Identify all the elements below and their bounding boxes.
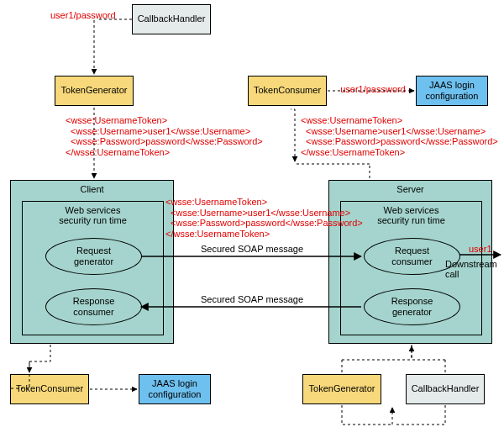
server-title: Server [329,184,491,194]
jaas-bottom: JAAS login configuration [139,374,211,404]
downstream-label: Downstream call [445,259,504,279]
jaas-top: JAAS login configuration [416,76,488,106]
token-generator-top: TokenGenerator [55,76,134,106]
response-generator: Response generator [364,288,460,325]
xml-middle: <wsse:UsernameToken> <wsse:Username>user… [165,197,375,240]
soap-label-2: Secured SOAP message [181,294,323,304]
client-title: Client [11,184,173,194]
soap-label-1: Secured SOAP message [181,244,323,254]
response-consumer: Response consumer [45,288,142,325]
xml-top-left: <wsse:UsernameToken> <wsse:Username>user… [66,115,284,158]
token-consumer-bottom: TokenConsumer [10,374,89,404]
credentials-top-left: user1/password [50,10,134,21]
client-panel: Client Web services security run time Re… [10,180,174,344]
callback-handler-bottom: CallbackHandler [406,374,485,404]
token-generator-bottom: TokenGenerator [302,374,381,404]
credentials-top-right: user1/password [336,84,410,95]
client-runtime-title: Web services security run time [23,202,163,225]
request-generator: Request generator [45,238,142,275]
user1-label: user1 [469,244,502,255]
xml-top-right: <wsse:UsernameToken> <wsse:Username>user… [301,115,504,158]
token-consumer-top: TokenConsumer [248,76,327,106]
client-runtime-box: Web services security run time Request g… [22,201,164,335]
callback-handler-top: CallbackHandler [132,4,211,34]
